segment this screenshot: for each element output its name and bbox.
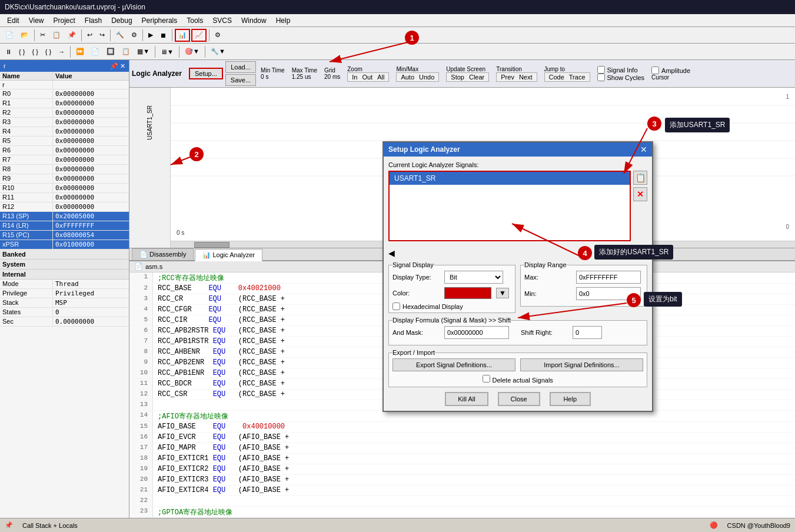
- tb-paste[interactable]: 📌: [65, 29, 79, 42]
- tb-redo[interactable]: ↪: [97, 29, 108, 42]
- scroll-left[interactable]: ◀: [388, 248, 395, 258]
- delete-signals-checkbox[interactable]: [483, 375, 490, 383]
- menu-edit[interactable]: Edit: [2, 15, 24, 26]
- max-input[interactable]: [576, 271, 641, 284]
- code-line-14: 14 ;AFIO寄存器地址映像: [129, 411, 795, 422]
- sep4: [142, 29, 143, 41]
- export-button[interactable]: Export Signal Definitions...: [392, 358, 515, 371]
- tb2-10[interactable]: ▦▼: [134, 45, 152, 58]
- tb-debug-start[interactable]: ▶: [145, 29, 156, 42]
- menu-debug[interactable]: Debug: [107, 15, 137, 26]
- tb2-1[interactable]: ⏸: [2, 45, 15, 58]
- tb-new[interactable]: 📄: [2, 29, 16, 42]
- menu-project[interactable]: Project: [48, 15, 79, 26]
- tb2-12[interactable]: 🎯▼: [182, 45, 202, 58]
- menu-view[interactable]: View: [24, 15, 49, 26]
- undo-btn[interactable]: Undo: [417, 74, 436, 81]
- tb-open[interactable]: 📂: [18, 29, 32, 42]
- show-cycles-checkbox[interactable]: [597, 74, 605, 81]
- show-cycles-label: Show Cycles: [607, 74, 645, 81]
- remove-signal-button[interactable]: ✕: [633, 187, 647, 201]
- tb-copy[interactable]: 📋: [49, 29, 64, 42]
- color-dropdown-btn[interactable]: ▼: [496, 288, 509, 298]
- tb2-3[interactable]: { }: [29, 45, 41, 58]
- next-btn[interactable]: Next: [517, 74, 534, 81]
- save-button[interactable]: Save...: [225, 74, 256, 86]
- tb-cut[interactable]: ✂: [37, 29, 48, 42]
- min-input[interactable]: [576, 287, 641, 300]
- signal-list: USART1_SR: [388, 171, 631, 241]
- and-mask-label: And Mask:: [392, 329, 440, 336]
- signal-display-range-row: Signal Display Display Type: Bit Analog …: [388, 261, 647, 313]
- prev-btn[interactable]: Prev: [499, 74, 516, 81]
- tb2-wrench[interactable]: 🔧▼: [208, 45, 228, 58]
- dialog-close-button[interactable]: ✕: [640, 145, 647, 154]
- table-row: R20x00000000: [0, 108, 129, 118]
- scroll-right[interactable]: ▶: [641, 248, 647, 258]
- tb-build[interactable]: 🔨: [113, 29, 127, 42]
- signal-item-usart1sr[interactable]: USART1_SR: [390, 172, 630, 185]
- load-button[interactable]: Load...: [225, 61, 256, 73]
- current-signals-label: Current Logic Analyzer Signals:: [388, 161, 647, 168]
- auto-btn[interactable]: Auto: [399, 74, 416, 81]
- amplitude-checkbox[interactable]: [651, 66, 659, 74]
- kill-all-button[interactable]: Kill All: [445, 392, 488, 406]
- tb2-5[interactable]: →: [55, 45, 68, 58]
- table-row-lr[interactable]: R14 (LR)0xFFFFFFFF: [0, 221, 129, 231]
- tab-logic-analyzer[interactable]: 📊 Logic Analyzer: [195, 249, 262, 261]
- zoom-out-btn[interactable]: Out: [360, 74, 374, 81]
- add-signal-button[interactable]: 📋: [633, 171, 647, 185]
- hex-display-checkbox[interactable]: [392, 302, 400, 310]
- status-tab[interactable]: Call Stack + Locals: [22, 522, 78, 529]
- tb2-6[interactable]: ⏩: [73, 45, 87, 58]
- signal-label: USART1_SR: [147, 105, 153, 140]
- table-row: r: [0, 81, 129, 89]
- tb-debug-stop[interactable]: ⏹: [157, 29, 169, 42]
- amplitude-label: Amplitude: [661, 67, 690, 74]
- tab-disassembly-label: Disassembly: [149, 251, 186, 258]
- toolbar-1: 📄 📂 ✂ 📋 📌 ↩ ↪ 🔨 ⚙ ▶ ⏹ 📊 📈 ⚙: [0, 27, 795, 44]
- shift-right-input[interactable]: [573, 326, 602, 339]
- tb2-9[interactable]: 📋: [119, 45, 133, 58]
- tb-build-all[interactable]: ⚙: [128, 29, 140, 42]
- menu-flash[interactable]: Flash: [80, 15, 107, 26]
- menu-peripherals[interactable]: Peripherals: [137, 15, 182, 26]
- tb2-4[interactable]: { }: [42, 45, 54, 58]
- tb-la2[interactable]: 📈: [191, 29, 207, 42]
- table-row-pc[interactable]: R15 (PC)0x08000054: [0, 231, 129, 240]
- display-type-select[interactable]: Bit Analog Hexadecimal: [444, 271, 503, 284]
- zoom-all-btn[interactable]: All: [375, 74, 386, 81]
- tb2-2[interactable]: { }: [16, 45, 28, 58]
- tb-settings[interactable]: ⚙: [212, 29, 224, 42]
- col-name: Name: [0, 72, 53, 80]
- color-picker[interactable]: [444, 287, 491, 299]
- left-panel-controls[interactable]: 📌 ✕: [110, 62, 125, 70]
- code-btn[interactable]: Code: [547, 74, 566, 81]
- menu-help[interactable]: Help: [271, 15, 295, 26]
- scrollbar-thumb[interactable]: [194, 242, 229, 248]
- tab-disassembly[interactable]: 📄 Disassembly: [132, 248, 194, 260]
- stop-btn[interactable]: Stop: [449, 74, 466, 81]
- menu-tools[interactable]: Tools: [182, 15, 208, 26]
- tb2-11[interactable]: 🖥▼: [158, 45, 177, 58]
- close-button[interactable]: Close: [498, 392, 540, 406]
- menu-window[interactable]: Window: [237, 15, 271, 26]
- cursor-label: Cursor: [651, 74, 690, 81]
- table-row-xpsr[interactable]: xPSR0x01000000: [0, 240, 129, 250]
- help-button[interactable]: Help: [550, 392, 591, 406]
- and-mask-input[interactable]: [444, 326, 509, 339]
- tb-logic-analyzer[interactable]: 📊: [175, 29, 190, 42]
- signal-info-checkbox[interactable]: [597, 66, 605, 74]
- menu-svcs[interactable]: SVCS: [208, 15, 237, 26]
- table-row-sp[interactable]: R13 (SP)0x20005000: [0, 212, 129, 221]
- trace-btn[interactable]: Trace: [567, 74, 587, 81]
- sep10: [205, 46, 205, 58]
- grid-label: Grid: [324, 67, 340, 74]
- import-button[interactable]: Import Signal Definitions...: [520, 358, 643, 371]
- tb2-8[interactable]: 🔲: [104, 45, 118, 58]
- setup-button[interactable]: Setup...: [189, 68, 223, 79]
- tb2-7[interactable]: 📄: [88, 45, 102, 58]
- tb-undo[interactable]: ↩: [84, 29, 95, 42]
- zoom-in-btn[interactable]: In: [350, 74, 359, 81]
- clear-btn[interactable]: Clear: [467, 74, 486, 81]
